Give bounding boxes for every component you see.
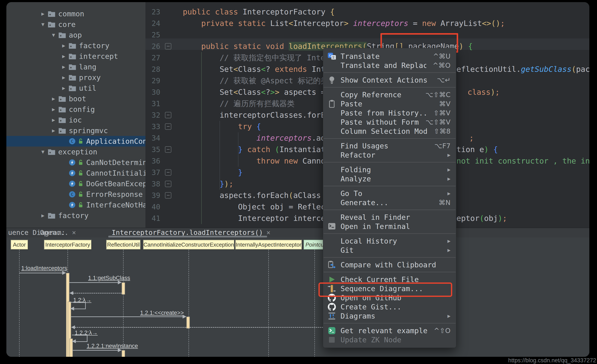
submenu-arrow-icon: ▶ <box>448 190 450 197</box>
menu-item-create-gist[interactable]: Create Gist... <box>323 302 456 311</box>
icon-placeholder <box>327 189 337 198</box>
tree-item-proxy[interactable]: ▶proxy <box>6 72 145 83</box>
exception-icon <box>68 169 78 177</box>
menu-item-refactor[interactable]: Refactor▶ <box>323 150 456 159</box>
menu-item-go-to[interactable]: Go To▶ <box>323 189 456 198</box>
menu-item-compare-with-clipboard[interactable]: Compare with Clipboard <box>323 260 456 269</box>
participant-InterceptorFactory[interactable]: InterceptorFactory <box>44 240 92 250</box>
tree-item-springmvc[interactable]: ▶springmvc <box>6 125 145 136</box>
tree-item-intercept[interactable]: ▶intercept <box>6 51 145 62</box>
chevron-right-icon[interactable]: ▶ <box>59 85 68 91</box>
chevron-right-icon[interactable]: ▶ <box>49 128 58 134</box>
tree-item-label: factory <box>58 211 88 220</box>
participant-Pointcu[interactable]: Pointcu <box>304 240 326 250</box>
menu-item-local-history[interactable]: Local History▶ <box>323 236 456 245</box>
tab-open[interactable]: Open...× <box>40 229 76 237</box>
chevron-right-icon[interactable]: ▶ <box>49 96 58 102</box>
menu-item-translate[interactable]: G文Translate^⌘U <box>323 52 456 61</box>
menu-item-git[interactable]: Git▶ <box>323 245 456 255</box>
menu-item-get-relevant-examples[interactable]: Get relevant examples^⇧O <box>323 326 456 335</box>
tree-item-label: CanNotDetermineTarge <box>86 158 145 167</box>
tree-item-ErrorResponse[interactable]: CErrorResponse <box>6 189 145 200</box>
project-tree[interactable]: ▶common▼core▼aop▶factory▶intercept▶lang▶… <box>6 2 145 228</box>
fold-marker-icon[interactable]: – <box>165 112 171 118</box>
message-label: 1:loadInterceptors <box>21 265 67 272</box>
chevron-down-icon[interactable]: ▼ <box>49 32 58 38</box>
tree-item-boot[interactable]: ▶boot <box>6 94 145 104</box>
fold-marker-icon[interactable]: – <box>165 146 171 153</box>
participant-Actor[interactable]: Actor <box>11 240 28 250</box>
close-icon[interactable]: × <box>69 229 76 237</box>
fold-marker-icon[interactable]: – <box>165 192 171 198</box>
tree-item-DoGetBeanException[interactable]: DoGetBeanException <box>6 178 145 189</box>
menu-item-diagrams[interactable]: Diagrams▶ <box>323 311 456 320</box>
fold-marker-icon[interactable]: – <box>165 43 171 49</box>
tree-item-label: exception <box>58 148 97 156</box>
menu-item-reveal-in-finder[interactable]: Reveal in Finder <box>323 213 456 222</box>
menu-item-translate-and-replace[interactable]: Translate and Replace...^⌘O <box>323 61 456 70</box>
menu-item-label: Column Selection Mode <box>340 127 427 135</box>
menu-item-find-usages[interactable]: Find Usages⌥F7 <box>323 141 456 150</box>
chevron-down-icon[interactable]: ▼ <box>38 22 47 27</box>
tree-item-factory[interactable]: ▶factory <box>6 40 145 51</box>
fold-marker-icon[interactable]: – <box>165 181 171 187</box>
tree-item-label: boot <box>69 95 86 103</box>
tree-item-ApplicationContext[interactable]: CApplicationContext <box>6 136 145 147</box>
code-line-32: interceptorClasses.forEac <box>183 109 335 121</box>
participant-ReflectionUtil[interactable]: ReflectionUtil <box>106 240 141 250</box>
tree-item-CanNotDetermineTarge[interactable]: CanNotDetermineTarge <box>6 157 145 168</box>
menu-item-folding[interactable]: Folding▶ <box>323 165 456 174</box>
chevron-right-icon[interactable]: ▶ <box>59 64 68 70</box>
tree-item-label: ErrorResponse <box>86 190 143 198</box>
watermark-url: https://blog.csdn.net/qq_34337272 <box>508 357 596 364</box>
chevron-down-icon[interactable]: ▼ <box>38 149 47 155</box>
tree-item-common[interactable]: ▶common <box>6 8 145 19</box>
google-translate-icon: G文 <box>327 52 337 61</box>
participant-CannotInitializeConstructorException[interactable]: CannotInitializeConstructorException <box>143 240 234 250</box>
tree-item-factory[interactable]: ▶factory <box>6 210 145 221</box>
chevron-right-icon[interactable]: ▶ <box>59 43 68 49</box>
lifeline-InternallyAspectInterceptor <box>268 250 269 357</box>
sequence-diagram-canvas[interactable]: ActorInterceptorFactoryReflectionUtilCan… <box>6 237 589 357</box>
tree-item-util[interactable]: ▶util <box>6 83 145 94</box>
chevron-right-icon[interactable]: ▶ <box>38 213 47 219</box>
message-label: 1.2.1:<<create>> <box>140 310 184 316</box>
menu-item-open-in-terminal[interactable]: Open in Terminal <box>323 222 456 231</box>
tree-item-config[interactable]: ▶config <box>6 104 145 115</box>
menu-item-copy-reference[interactable]: Copy Reference⌥⇧⌘C <box>323 90 456 99</box>
folder-icon <box>47 148 57 156</box>
tree-item-CannotInitializeCons[interactable]: CannotInitializeCons <box>6 168 145 178</box>
menu-item-show-context-actions[interactable]: Show Context Actions⌥↵ <box>323 75 456 85</box>
tree-item-exception[interactable]: ▼exception <box>6 147 145 157</box>
chevron-right-icon[interactable]: ▶ <box>49 117 58 123</box>
chevron-right-icon[interactable]: ▶ <box>49 106 58 112</box>
chevron-right-icon[interactable]: ▶ <box>59 53 68 59</box>
menu-item-analyze[interactable]: Analyze▶ <box>323 174 456 183</box>
menu-item-label: Show Context Actions <box>340 76 431 84</box>
tree-item-ioc[interactable]: ▶ioc <box>6 115 145 125</box>
tree-item-aop[interactable]: ▼aop <box>6 30 145 40</box>
message-line <box>73 350 118 351</box>
code-line-31: // 遍历所有拦截器类 <box>183 98 294 109</box>
tree-item-core[interactable]: ▼core <box>6 19 145 30</box>
menu-item-paste-from-history[interactable]: Paste from History...⇧⌘V <box>323 108 456 118</box>
fold-marker-icon[interactable]: – <box>165 123 171 130</box>
arrowhead-icon <box>118 348 122 352</box>
close-icon[interactable]: × <box>263 229 270 237</box>
menu-item-generate[interactable]: Generate...⌘N <box>323 198 456 207</box>
chevron-right-icon[interactable]: ▶ <box>59 75 68 80</box>
tree-item-label: lang <box>79 63 96 71</box>
participant-InternallyAspectInterceptor[interactable]: InternallyAspectInterceptor <box>235 240 302 250</box>
fold-marker-icon[interactable]: – <box>165 169 171 176</box>
code-fragment-line-28: eflectionUtil.getSubClass(packag <box>456 63 589 75</box>
diagrams-icon <box>327 312 337 320</box>
menu-item-paste-without-formatting[interactable]: Paste without Formatting⌥⇧⌘V <box>323 118 456 127</box>
menu-item-column-selection-mode[interactable]: Column Selection Mode⇧⌘8 <box>323 127 456 136</box>
tab-loadinterceptors[interactable]: InterceptorFactory.loadInterceptors()× <box>112 229 270 237</box>
lightbulb-icon <box>327 76 337 84</box>
tree-item-lang[interactable]: ▶lang <box>6 62 145 72</box>
menu-item-paste[interactable]: Paste⌘V <box>323 99 456 108</box>
tree-item-InterfaceNotHaveImpl[interactable]: InterfaceNotHaveImpl <box>6 200 145 210</box>
chevron-right-icon[interactable]: ▶ <box>38 11 47 17</box>
return-line <box>75 327 186 328</box>
